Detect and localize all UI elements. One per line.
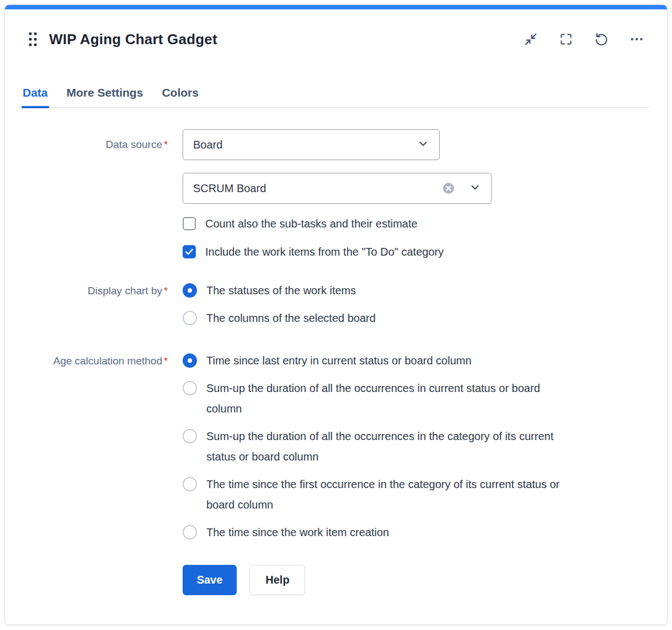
fullscreen-icon[interactable]	[559, 32, 573, 46]
subtasks-checkbox-row[interactable]: Count also the sub-tasks and their estim…	[183, 217, 650, 230]
required-asterisk: *	[164, 139, 168, 150]
tab-data[interactable]: Data	[22, 86, 49, 107]
radio-columns-label: The columns of the selected board	[206, 308, 376, 329]
todo-category-checkbox-label: Include the work items from the "To Do" …	[205, 245, 444, 258]
clear-selection-icon[interactable]	[442, 182, 455, 194]
chevron-down-icon	[417, 137, 429, 152]
save-button[interactable]: Save	[183, 565, 237, 595]
data-source-type-value: Board	[193, 139, 417, 151]
gadget-settings-form: Data source* Board SCRUM Board	[5, 108, 667, 622]
radio-time-since-last-entry[interactable]	[183, 353, 197, 368]
data-source-row: Data source* Board SCRUM Board	[22, 129, 650, 258]
radio-work-item-creation[interactable]	[183, 525, 197, 539]
radio-sumup-category[interactable]	[183, 429, 197, 443]
age-calculation-method-options: Time since last entry in current status …	[183, 351, 650, 543]
radio-row-columns[interactable]: The columns of the selected board	[183, 308, 650, 329]
data-source-label: Data source*	[22, 129, 168, 258]
collapse-icon[interactable]	[524, 32, 538, 46]
board-select-value: SCRUM Board	[193, 182, 442, 195]
tab-more-settings[interactable]: More Settings	[66, 86, 145, 107]
gadget-card: WIP Aging Chart Gadget	[4, 4, 668, 625]
tab-colors[interactable]: Colors	[161, 86, 200, 107]
gadget-header: WIP Aging Chart Gadget	[27, 27, 644, 51]
display-chart-by-row: Display chart by* The statuses of the wo…	[22, 280, 650, 329]
required-asterisk: *	[164, 356, 168, 367]
chevron-down-icon	[469, 181, 481, 195]
required-asterisk: *	[164, 285, 168, 297]
todo-category-checkbox-row[interactable]: Include the work items from the "To Do" …	[183, 245, 650, 258]
help-button[interactable]: Help	[249, 565, 305, 595]
display-chart-by-options: The statuses of the work items The colum…	[183, 280, 650, 329]
todo-category-checkbox[interactable]	[183, 245, 196, 258]
age-calculation-method-row: Age calculation method* Time since last …	[22, 351, 650, 543]
display-chart-by-label: Display chart by*	[22, 280, 168, 329]
subtasks-checkbox-label: Count also the sub-tasks and their estim…	[205, 217, 418, 230]
radio-statuses-label: The statuses of the work items	[206, 280, 356, 301]
form-actions-row: Save Help	[22, 565, 650, 622]
board-select[interactable]: SCRUM Board	[183, 173, 492, 204]
age-calculation-method-label: Age calculation method*	[22, 351, 168, 543]
refresh-icon[interactable]	[594, 32, 609, 46]
radio-sumup-current-status[interactable]	[183, 381, 197, 395]
data-source-checkboxes: Count also the sub-tasks and their estim…	[183, 217, 650, 258]
gadget-accent-bar	[5, 5, 667, 9]
drag-handle-icon[interactable]	[27, 30, 39, 49]
radio-statuses[interactable]	[183, 283, 197, 298]
subtasks-checkbox[interactable]	[183, 217, 196, 230]
gadget-title: WIP Aging Chart Gadget	[49, 31, 217, 48]
radio-row-work-item-creation[interactable]: The time since the work item creation	[183, 522, 650, 543]
more-options-icon[interactable]	[630, 32, 644, 46]
tab-bar: Data More Settings Colors	[22, 86, 650, 108]
radio-row-first-occurrence-category[interactable]: The time since the first occurrence in t…	[183, 474, 650, 515]
radio-columns[interactable]	[183, 311, 197, 325]
radio-row-time-since-last-entry[interactable]: Time since last entry in current status …	[183, 351, 650, 371]
radio-first-occurrence-category[interactable]	[183, 477, 197, 491]
data-source-type-select[interactable]: Board	[183, 129, 440, 160]
radio-row-statuses[interactable]: The statuses of the work items	[183, 280, 650, 301]
radio-row-sumup-current-status[interactable]: Sum-up the duration of all the occurrenc…	[183, 378, 650, 419]
header-actions	[524, 32, 644, 46]
radio-row-sumup-category[interactable]: Sum-up the duration of all the occurrenc…	[183, 426, 650, 467]
